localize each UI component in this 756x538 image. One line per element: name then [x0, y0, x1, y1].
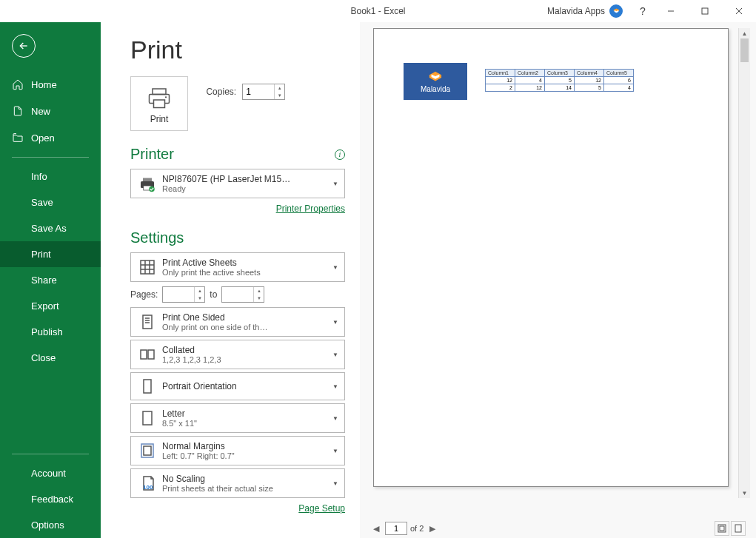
- spin-up-icon[interactable]: ▲: [195, 287, 204, 295]
- sidebar-item-options[interactable]: Options: [0, 512, 101, 538]
- collated-icon: [137, 346, 158, 363]
- table-cell: 5: [575, 84, 604, 92]
- copies-spinner[interactable]: ▲▼: [242, 84, 285, 100]
- sidebar-item-publish[interactable]: Publish: [0, 319, 101, 345]
- dd-title: Normal Margins: [162, 441, 328, 451]
- pages-to-input[interactable]: [222, 289, 252, 300]
- page-setup-link[interactable]: Page Setup: [298, 503, 345, 514]
- table-cell: 12: [515, 84, 545, 92]
- minimize-button[interactable]: [654, 0, 688, 22]
- help-button[interactable]: ?: [632, 5, 654, 17]
- sided-selector[interactable]: Print One Sided Only print on one side o…: [130, 307, 345, 337]
- sidebar-label: Options: [31, 519, 64, 531]
- print-button[interactable]: Print: [130, 76, 188, 131]
- spin-down-icon[interactable]: ▼: [195, 295, 204, 302]
- printer-name: NPI87607E (HP LaserJet M15…: [162, 174, 328, 184]
- sidebar-label: Export: [31, 300, 59, 312]
- zoom-to-page-button[interactable]: [731, 521, 746, 536]
- svg-rect-25: [143, 315, 152, 329]
- spin-down-icon[interactable]: ▼: [254, 295, 264, 302]
- dd-sub: Only print the active sheets: [162, 268, 328, 277]
- svg-rect-37: [735, 525, 741, 532]
- printer-selector[interactable]: NPI87607E (HP LaserJet M15… Ready ▼: [130, 169, 345, 198]
- show-margins-button[interactable]: [715, 521, 729, 536]
- close-button[interactable]: [722, 0, 756, 22]
- printer-status: Ready: [162, 184, 328, 193]
- sidebar-label: Home: [31, 79, 57, 90]
- page-title: Print: [130, 36, 345, 64]
- back-button[interactable]: [12, 34, 36, 58]
- sidebar-label: Info: [31, 171, 47, 182]
- scaling-selector[interactable]: 100 No Scaling Print sheets at their act…: [130, 468, 345, 498]
- sidebar-item-save[interactable]: Save: [0, 189, 101, 215]
- paper-selector[interactable]: Letter 8.5" x 11" ▼: [130, 403, 345, 433]
- print-what-selector[interactable]: Print Active Sheets Only print the activ…: [130, 252, 345, 282]
- svg-rect-36: [720, 526, 724, 531]
- table-row: 2121454: [486, 84, 634, 92]
- copies-input[interactable]: [243, 87, 272, 97]
- sidebar-separator: [12, 157, 89, 158]
- apps-label[interactable]: Malavida Apps: [547, 6, 605, 16]
- sidebar-item-saveas[interactable]: Save As: [0, 215, 101, 241]
- maximize-button[interactable]: [688, 0, 722, 22]
- sidebar-item-new[interactable]: New: [0, 98, 101, 124]
- svg-rect-12: [153, 89, 166, 95]
- pages-from-input[interactable]: [163, 289, 193, 300]
- table-row: 1245126: [486, 77, 634, 84]
- sidebar-item-print[interactable]: Print: [0, 241, 101, 267]
- sidebar-item-feedback[interactable]: Feedback: [0, 486, 101, 512]
- chevron-down-icon: ▼: [332, 181, 338, 187]
- sidebar-label: Open: [31, 132, 55, 144]
- print-settings-panel: Print Print Copies: ▲▼ Printer i: [101, 22, 360, 538]
- table-cell: 6: [604, 77, 634, 84]
- scrollbar-thumb[interactable]: [740, 38, 749, 62]
- sidebar-item-export[interactable]: Export: [0, 293, 101, 319]
- table-header: Column4: [575, 70, 604, 77]
- table-cell: 5: [545, 77, 575, 84]
- next-page-button[interactable]: ▶: [426, 522, 438, 535]
- backstage-sidebar: Home New Open Info Save Save As Print Sh…: [0, 22, 101, 538]
- margins-selector[interactable]: Normal Margins Left: 0.7" Right: 0.7" ▼: [130, 436, 345, 465]
- sidebar-label: Print: [31, 249, 51, 260]
- spin-down-icon[interactable]: ▼: [275, 92, 284, 99]
- info-icon[interactable]: i: [335, 149, 345, 160]
- svg-rect-17: [143, 178, 152, 182]
- sidebar-item-info[interactable]: Info: [0, 164, 101, 189]
- scroll-up-icon[interactable]: ▲: [739, 28, 750, 38]
- pages-from-spinner[interactable]: ▲▼: [162, 286, 205, 303]
- preview-table: Column1Column2Column3Column4Column5 1245…: [485, 69, 634, 92]
- orientation-selector[interactable]: Portrait Orientation ▼: [130, 372, 345, 400]
- pages-to-spinner[interactable]: ▲▼: [221, 286, 264, 303]
- spin-up-icon[interactable]: ▲: [275, 84, 284, 92]
- vertical-scrollbar[interactable]: ▲ ▼: [738, 28, 750, 498]
- settings-heading: Settings: [130, 229, 184, 246]
- spin-up-icon[interactable]: ▲: [254, 287, 264, 295]
- sidebar-label: Close: [31, 352, 56, 363]
- current-page-input[interactable]: [385, 522, 407, 535]
- scroll-down-icon[interactable]: ▼: [739, 488, 750, 498]
- prev-page-button[interactable]: ◀: [370, 522, 382, 535]
- sidebar-item-account[interactable]: Account: [0, 460, 101, 486]
- svg-rect-31: [144, 380, 151, 393]
- table-header: Column1: [486, 70, 515, 77]
- chevron-down-icon: ▼: [332, 352, 338, 358]
- svg-rect-8: [702, 8, 708, 14]
- sidebar-item-home[interactable]: Home: [0, 71, 101, 98]
- chevron-down-icon: ▼: [332, 319, 338, 326]
- printer-properties-link[interactable]: Printer Properties: [276, 204, 345, 214]
- dd-title: Print Active Sheets: [162, 258, 328, 268]
- dd-title: Letter: [162, 408, 328, 419]
- collated-selector[interactable]: Collated 1,2,3 1,2,3 1,2,3 ▼: [130, 340, 345, 369]
- paper-icon: [137, 409, 158, 427]
- sidebar-item-open[interactable]: Open: [0, 124, 101, 151]
- sidebar-item-close[interactable]: Close: [0, 345, 101, 371]
- table-header: Column5: [604, 70, 634, 77]
- sidebar-item-share[interactable]: Share: [0, 267, 101, 293]
- dd-sub: 1,2,3 1,2,3 1,2,3: [162, 355, 328, 364]
- printer-icon: [137, 175, 158, 192]
- apps-badge-icon[interactable]: [609, 4, 623, 18]
- dd-title: Collated: [162, 345, 328, 355]
- svg-rect-29: [141, 350, 147, 359]
- print-button-label: Print: [150, 114, 169, 124]
- table-header: Column3: [545, 70, 575, 77]
